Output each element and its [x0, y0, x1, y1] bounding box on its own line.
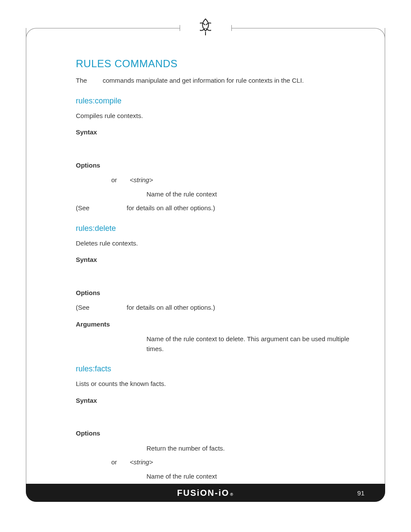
compile-option-desc: Name of the rule context: [146, 190, 361, 199]
heading-rules-delete: rules:delete: [76, 223, 361, 234]
compile-option-row: or <string>: [76, 175, 361, 185]
compile-option-or: or: [111, 176, 117, 184]
delete-argument-row: Name of the rule context to delete. This…: [76, 334, 361, 354]
page-footer: FUSiON-iO ® 91: [26, 484, 385, 502]
facts-option1-flag: [76, 444, 146, 454]
delete-see-line: (See for details on all other options.): [76, 303, 361, 313]
facts-options-label: Options: [76, 429, 361, 439]
heading-rules-commands: RULES COMMANDS: [76, 56, 361, 72]
compile-options-label: Options: [76, 161, 361, 171]
delete-see-post: for details on all other options.): [127, 304, 215, 311]
footer-logo: FUSiON-iO ®: [177, 488, 234, 498]
facts-syntax-label: Syntax: [76, 396, 361, 406]
delete-syntax-label: Syntax: [76, 255, 361, 265]
facts-description: Lists or counts the known facts.: [76, 379, 361, 389]
compile-option-flag: or: [76, 175, 130, 185]
delete-options-label: Options: [76, 288, 361, 298]
facts-option2-arg: <string>: [130, 457, 361, 467]
delete-argument-desc: Name of the rule context to delete. This…: [146, 334, 361, 354]
footer-logo-reg: ®: [230, 492, 234, 497]
delete-arguments-label: Arguments: [76, 320, 361, 330]
facts-option1-desc: Return the number of facts.: [146, 444, 361, 454]
facts-option1-row: Return the number of facts.: [76, 444, 361, 454]
delete-see-pre: (See: [76, 304, 90, 311]
compile-option-arg: <string>: [130, 175, 361, 185]
heading-rules-facts: rules:facts: [76, 363, 361, 375]
compile-see-post: for details on all other options.): [127, 204, 215, 212]
compile-description: Compiles rule contexts.: [76, 111, 361, 121]
compile-syntax-label: Syntax: [76, 128, 361, 137]
heading-rules-compile: rules:compile: [76, 95, 361, 107]
facts-option2-flag: or: [76, 457, 130, 467]
facts-option2-or: or: [111, 458, 117, 466]
intro-the: The: [76, 77, 87, 84]
facts-option2-row: or <string>: [76, 457, 361, 467]
compile-see-line: (See for details on all other options.): [76, 203, 361, 213]
delete-argument-name: [76, 334, 146, 354]
intro-paragraph: The commands manipulate and get informat…: [76, 76, 361, 86]
delete-description: Deletes rule contexts.: [76, 239, 361, 249]
compile-see-pre: (See: [76, 204, 90, 212]
intro-rest: commands manipulate and get information …: [103, 77, 304, 84]
page-number: 91: [357, 489, 364, 497]
page-content: RULES COMMANDS The commands manipulate a…: [76, 56, 361, 485]
facts-option2-desc: Name of the rule context: [146, 472, 361, 482]
footer-logo-text: FUSiON-iO: [177, 488, 229, 498]
